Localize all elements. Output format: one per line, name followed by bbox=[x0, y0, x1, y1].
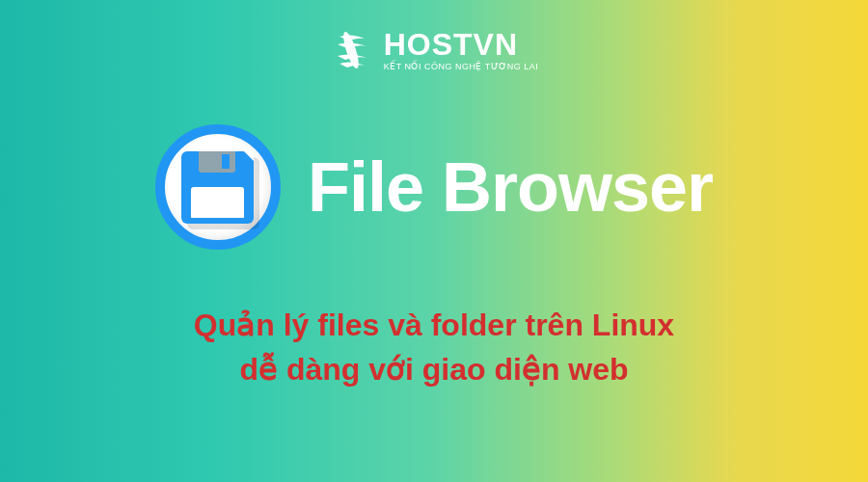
banner-container: HOSTVN KẾT NỐI CÔNG NGHỆ TƯƠNG LAI File … bbox=[0, 0, 868, 482]
logo-brand: HOSTVN bbox=[384, 29, 539, 60]
logo-text: HOSTVN KẾT NỐI CÔNG NGHỆ TƯƠNG LAI bbox=[384, 29, 539, 71]
subtitle-line-1: Quản lý files và folder trên Linux bbox=[194, 303, 674, 347]
logo-tagline: KẾT NỐI CÔNG NGHỆ TƯƠNG LAI bbox=[384, 62, 539, 71]
logo-block: HOSTVN KẾT NỐI CÔNG NGHỆ TƯƠNG LAI bbox=[330, 29, 539, 71]
subtitle-line-2: dễ dàng với giao diện web bbox=[194, 347, 674, 391]
floppy-disk-icon bbox=[155, 124, 281, 250]
hero-title: File Browser bbox=[308, 147, 713, 227]
subtitle: Quản lý files và folder trên Linux dễ dà… bbox=[194, 303, 674, 392]
hostvn-logo-icon bbox=[330, 29, 372, 71]
hero-row: File Browser bbox=[155, 124, 713, 250]
